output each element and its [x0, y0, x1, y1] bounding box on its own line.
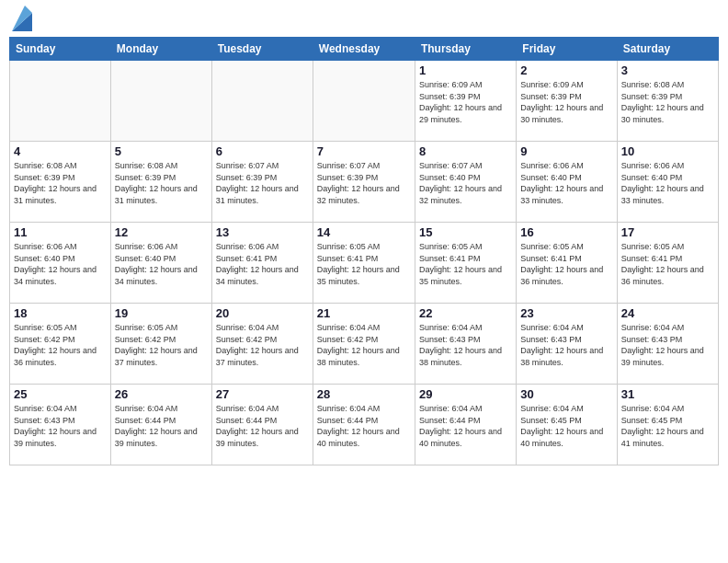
- day-info: Sunrise: 6:06 AM Sunset: 6:40 PM Dayligh…: [14, 241, 107, 287]
- day-cell: 13Sunrise: 6:06 AM Sunset: 6:41 PM Dayli…: [211, 223, 313, 304]
- day-cell: 29Sunrise: 6:04 AM Sunset: 6:44 PM Dayli…: [415, 385, 516, 465]
- day-info: Sunrise: 6:04 AM Sunset: 6:42 PM Dayligh…: [216, 322, 309, 368]
- week-row-2: 4Sunrise: 6:08 AM Sunset: 6:39 PM Daylig…: [10, 142, 719, 223]
- week-row-3: 11Sunrise: 6:06 AM Sunset: 6:40 PM Dayli…: [10, 223, 719, 304]
- day-number: 5: [115, 144, 208, 158]
- weekday-header-row: SundayMondayTuesdayWednesdayThursdayFrid…: [10, 38, 719, 61]
- day-cell: 14Sunrise: 6:05 AM Sunset: 6:41 PM Dayli…: [313, 223, 415, 304]
- day-cell: 6Sunrise: 6:07 AM Sunset: 6:39 PM Daylig…: [211, 142, 313, 223]
- day-cell: 28Sunrise: 6:04 AM Sunset: 6:44 PM Dayli…: [313, 385, 415, 465]
- day-info: Sunrise: 6:05 AM Sunset: 6:41 PM Dayligh…: [520, 241, 612, 287]
- day-number: 15: [419, 225, 512, 239]
- day-number: 14: [317, 225, 411, 239]
- day-info: Sunrise: 6:05 AM Sunset: 6:42 PM Dayligh…: [14, 322, 107, 368]
- day-number: 29: [419, 387, 512, 401]
- day-cell: 20Sunrise: 6:04 AM Sunset: 6:42 PM Dayli…: [211, 304, 313, 385]
- calendar: SundayMondayTuesdayWednesdayThursdayFrid…: [9, 37, 719, 465]
- day-number: 16: [520, 225, 612, 239]
- header: [9, 9, 719, 31]
- day-cell: 30Sunrise: 6:04 AM Sunset: 6:45 PM Dayli…: [517, 385, 617, 465]
- day-cell: 10Sunrise: 6:06 AM Sunset: 6:40 PM Dayli…: [617, 142, 718, 223]
- day-number: 8: [419, 144, 512, 158]
- day-cell: 23Sunrise: 6:04 AM Sunset: 6:43 PM Dayli…: [517, 304, 617, 385]
- weekday-header-sunday: Sunday: [10, 38, 111, 61]
- day-cell: 25Sunrise: 6:04 AM Sunset: 6:43 PM Dayli…: [10, 385, 111, 465]
- day-info: Sunrise: 6:05 AM Sunset: 6:41 PM Dayligh…: [317, 241, 411, 287]
- page: SundayMondayTuesdayWednesdayThursdayFrid…: [0, 0, 728, 563]
- day-cell: 16Sunrise: 6:05 AM Sunset: 6:41 PM Dayli…: [517, 223, 617, 304]
- weekday-header-wednesday: Wednesday: [313, 38, 415, 61]
- day-info: Sunrise: 6:06 AM Sunset: 6:40 PM Dayligh…: [115, 241, 208, 287]
- day-info: Sunrise: 6:04 AM Sunset: 6:43 PM Dayligh…: [520, 322, 612, 368]
- day-number: 21: [317, 306, 411, 320]
- day-number: 6: [216, 144, 309, 158]
- day-info: Sunrise: 6:08 AM Sunset: 6:39 PM Dayligh…: [621, 79, 714, 125]
- day-info: Sunrise: 6:05 AM Sunset: 6:41 PM Dayligh…: [621, 241, 714, 287]
- day-cell: [211, 61, 313, 142]
- day-cell: 26Sunrise: 6:04 AM Sunset: 6:44 PM Dayli…: [110, 385, 211, 465]
- day-cell: 19Sunrise: 6:05 AM Sunset: 6:42 PM Dayli…: [110, 304, 211, 385]
- day-number: 27: [216, 387, 309, 401]
- day-info: Sunrise: 6:04 AM Sunset: 6:43 PM Dayligh…: [419, 322, 512, 368]
- week-row-4: 18Sunrise: 6:05 AM Sunset: 6:42 PM Dayli…: [10, 304, 719, 385]
- day-info: Sunrise: 6:04 AM Sunset: 6:42 PM Dayligh…: [317, 322, 411, 368]
- weekday-header-saturday: Saturday: [617, 38, 718, 61]
- day-cell: 9Sunrise: 6:06 AM Sunset: 6:40 PM Daylig…: [517, 142, 617, 223]
- day-info: Sunrise: 6:04 AM Sunset: 6:43 PM Dayligh…: [14, 403, 107, 449]
- day-number: 10: [621, 144, 714, 158]
- day-info: Sunrise: 6:04 AM Sunset: 6:43 PM Dayligh…: [621, 322, 714, 368]
- weekday-header-tuesday: Tuesday: [211, 38, 313, 61]
- week-row-5: 25Sunrise: 6:04 AM Sunset: 6:43 PM Dayli…: [10, 385, 719, 465]
- day-cell: [10, 61, 111, 142]
- logo-icon: [12, 6, 32, 31]
- day-cell: 5Sunrise: 6:08 AM Sunset: 6:39 PM Daylig…: [110, 142, 211, 223]
- weekday-header-monday: Monday: [110, 38, 211, 61]
- day-cell: 7Sunrise: 6:07 AM Sunset: 6:39 PM Daylig…: [313, 142, 415, 223]
- day-info: Sunrise: 6:04 AM Sunset: 6:44 PM Dayligh…: [419, 403, 512, 449]
- day-cell: 22Sunrise: 6:04 AM Sunset: 6:43 PM Dayli…: [415, 304, 516, 385]
- day-info: Sunrise: 6:09 AM Sunset: 6:39 PM Dayligh…: [419, 79, 512, 125]
- day-info: Sunrise: 6:07 AM Sunset: 6:40 PM Dayligh…: [419, 160, 512, 206]
- day-info: Sunrise: 6:09 AM Sunset: 6:39 PM Dayligh…: [520, 79, 612, 125]
- day-info: Sunrise: 6:04 AM Sunset: 6:45 PM Dayligh…: [621, 403, 714, 449]
- day-number: 17: [621, 225, 714, 239]
- day-cell: 24Sunrise: 6:04 AM Sunset: 6:43 PM Dayli…: [617, 304, 718, 385]
- day-info: Sunrise: 6:05 AM Sunset: 6:42 PM Dayligh…: [115, 322, 208, 368]
- day-info: Sunrise: 6:05 AM Sunset: 6:41 PM Dayligh…: [419, 241, 512, 287]
- day-number: 9: [520, 144, 612, 158]
- day-number: 7: [317, 144, 411, 158]
- logo: [9, 9, 32, 31]
- day-info: Sunrise: 6:04 AM Sunset: 6:45 PM Dayligh…: [520, 403, 612, 449]
- weekday-header-friday: Friday: [517, 38, 617, 61]
- day-info: Sunrise: 6:04 AM Sunset: 6:44 PM Dayligh…: [216, 403, 309, 449]
- day-number: 18: [14, 306, 107, 320]
- day-cell: 18Sunrise: 6:05 AM Sunset: 6:42 PM Dayli…: [10, 304, 111, 385]
- week-row-1: 1Sunrise: 6:09 AM Sunset: 6:39 PM Daylig…: [10, 61, 719, 142]
- day-cell: 8Sunrise: 6:07 AM Sunset: 6:40 PM Daylig…: [415, 142, 516, 223]
- day-number: 28: [317, 387, 411, 401]
- day-number: 12: [115, 225, 208, 239]
- day-info: Sunrise: 6:04 AM Sunset: 6:44 PM Dayligh…: [317, 403, 411, 449]
- weekday-header-thursday: Thursday: [415, 38, 516, 61]
- day-number: 3: [621, 63, 714, 77]
- day-number: 22: [419, 306, 512, 320]
- day-cell: 12Sunrise: 6:06 AM Sunset: 6:40 PM Dayli…: [110, 223, 211, 304]
- day-cell: 31Sunrise: 6:04 AM Sunset: 6:45 PM Dayli…: [617, 385, 718, 465]
- day-info: Sunrise: 6:08 AM Sunset: 6:39 PM Dayligh…: [14, 160, 107, 206]
- day-info: Sunrise: 6:06 AM Sunset: 6:40 PM Dayligh…: [621, 160, 714, 206]
- day-info: Sunrise: 6:07 AM Sunset: 6:39 PM Dayligh…: [317, 160, 411, 206]
- day-info: Sunrise: 6:08 AM Sunset: 6:39 PM Dayligh…: [115, 160, 208, 206]
- day-number: 31: [621, 387, 714, 401]
- day-info: Sunrise: 6:06 AM Sunset: 6:40 PM Dayligh…: [520, 160, 612, 206]
- day-number: 24: [621, 306, 714, 320]
- day-number: 30: [520, 387, 612, 401]
- day-number: 2: [520, 63, 612, 77]
- day-cell: 27Sunrise: 6:04 AM Sunset: 6:44 PM Dayli…: [211, 385, 313, 465]
- day-cell: 15Sunrise: 6:05 AM Sunset: 6:41 PM Dayli…: [415, 223, 516, 304]
- day-cell: 4Sunrise: 6:08 AM Sunset: 6:39 PM Daylig…: [10, 142, 111, 223]
- day-number: 23: [520, 306, 612, 320]
- day-number: 4: [14, 144, 107, 158]
- day-cell: 17Sunrise: 6:05 AM Sunset: 6:41 PM Dayli…: [617, 223, 718, 304]
- day-cell: [110, 61, 211, 142]
- day-cell: 11Sunrise: 6:06 AM Sunset: 6:40 PM Dayli…: [10, 223, 111, 304]
